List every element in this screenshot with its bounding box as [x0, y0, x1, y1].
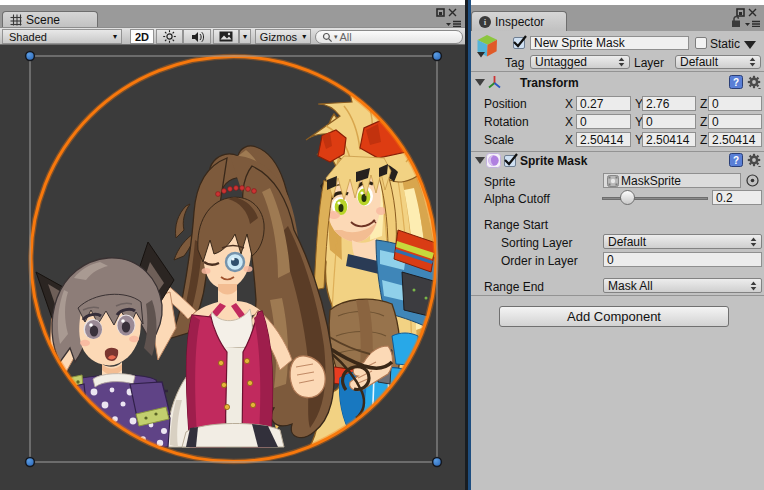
svg-text:?: ? [733, 155, 739, 166]
svg-text:?: ? [733, 77, 739, 88]
